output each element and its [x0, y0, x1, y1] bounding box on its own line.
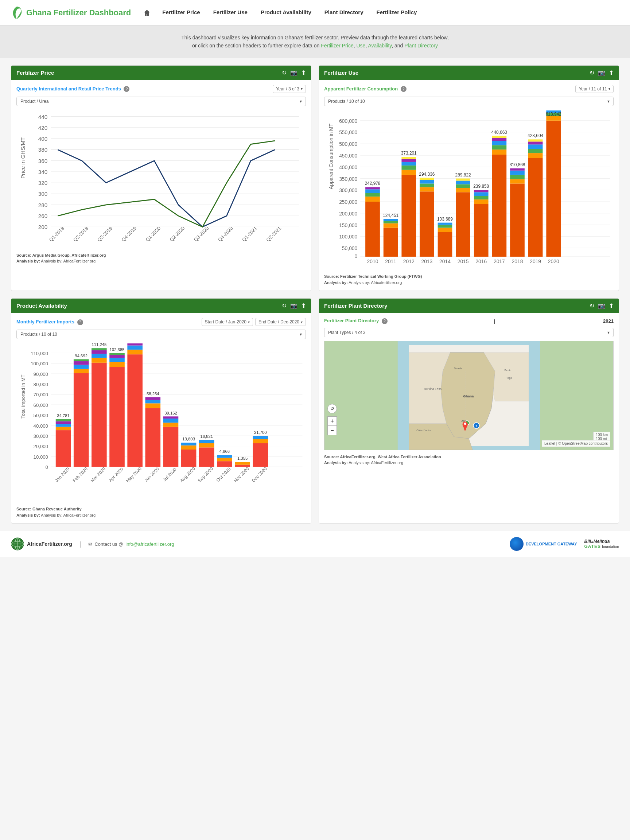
products-dropdown-avail[interactable]: Products / 10 of 10 ▾	[16, 330, 306, 339]
svg-rect-117	[528, 149, 543, 153]
svg-rect-77	[401, 157, 416, 159]
svg-text:1,355: 1,355	[237, 456, 248, 461]
svg-rect-175	[92, 363, 107, 467]
banner-text: This dashboard visualizes key informatio…	[181, 35, 448, 49]
svg-text:150,000: 150,000	[339, 222, 357, 228]
svg-rect-178	[92, 351, 107, 354]
svg-text:111,245: 111,245	[92, 343, 106, 347]
refresh-icon-availability[interactable]: ↻	[282, 302, 287, 309]
panel-title-plant: Fertilizer Plant Directory	[324, 303, 387, 309]
svg-rect-65	[365, 187, 380, 189]
svg-text:13,803: 13,803	[182, 437, 195, 442]
footer-email[interactable]: info@africafertilizer.org	[125, 542, 174, 547]
home-button[interactable]	[142, 8, 152, 18]
products-dropdown-use[interactable]: Products / 10 of 10 ▾	[324, 96, 614, 106]
svg-text:34,781: 34,781	[57, 414, 69, 418]
plant-types-dropdown[interactable]: Plant Types / 4 of 3 ▾	[324, 328, 614, 337]
refresh-icon-price[interactable]: ↻	[282, 69, 287, 76]
end-date-filter[interactable]: End Date / Dec-2020 ▾	[255, 318, 306, 326]
svg-text:340: 340	[38, 169, 47, 175]
info-badge-use[interactable]: ?	[401, 86, 406, 92]
sponsor2-text: Bill&Melinda GATES foundation	[584, 539, 619, 549]
svg-rect-79	[420, 191, 434, 257]
chart-controls-avail: Monthly Fertilizer Imports ? Start Date …	[16, 318, 306, 326]
svg-rect-103	[492, 150, 507, 155]
use-chart-svg: 600,000 550,000 500,000 450,000 400,000 …	[324, 110, 614, 269]
product-dropdown-price[interactable]: Product / Urea ▾	[16, 96, 306, 106]
refresh-icon-use[interactable]: ↻	[589, 69, 594, 76]
map-zoom-controls: + −	[327, 416, 337, 435]
map-zoom-in[interactable]: +	[327, 416, 337, 426]
svg-text:39,162: 39,162	[164, 411, 177, 415]
camera-icon-plant[interactable]: 📷	[598, 302, 605, 309]
svg-rect-100	[474, 190, 488, 192]
info-badge-price[interactable]: ?	[123, 86, 129, 92]
svg-rect-181	[109, 367, 125, 467]
price-chart: 440 420 400 380 360 340 320 300 280 260 …	[16, 110, 306, 249]
sponsor2-wrapper: Bill&Melinda GATES foundation	[584, 539, 619, 549]
camera-icon-price[interactable]: 📷	[290, 69, 297, 76]
svg-text:94,692: 94,692	[75, 354, 87, 358]
nav-product-availability[interactable]: Product Availability	[254, 0, 318, 25]
svg-rect-215	[235, 462, 250, 465]
svg-text:373,201: 373,201	[401, 151, 417, 156]
panel-header-price: Fertilizer Price ↻ 📷 ⬆	[11, 66, 311, 80]
camera-icon-availability[interactable]: 📷	[290, 302, 297, 309]
svg-rect-173	[74, 360, 89, 362]
panel-icons-use: ↻ 📷 ⬆	[589, 69, 614, 76]
svg-rect-75	[401, 162, 416, 166]
banner-link-use[interactable]: Use	[356, 43, 365, 49]
svg-rect-177	[92, 354, 107, 358]
svg-rect-217	[253, 443, 268, 467]
main-content: Fertilizer Price ↻ 📷 ⬆ Quarterly Interna…	[0, 58, 630, 531]
separator: |	[494, 318, 495, 324]
refresh-icon-plant[interactable]: ↻	[589, 302, 594, 309]
svg-rect-91	[456, 188, 470, 192]
camera-icon-use[interactable]: 📷	[598, 69, 605, 76]
svg-text:0: 0	[46, 464, 48, 470]
svg-rect-192	[145, 408, 161, 467]
banner-link-plant[interactable]: Plant Directory	[404, 43, 438, 49]
download-icon-availability[interactable]: ⬆	[301, 302, 306, 309]
banner-link-avail[interactable]: Availability	[368, 43, 392, 49]
info-badge-plant[interactable]: ?	[382, 318, 388, 324]
svg-text:400,000: 400,000	[339, 164, 357, 170]
svg-text:380: 380	[38, 147, 47, 153]
year-filter-use[interactable]: Year / 11 of 11 ▾	[575, 85, 614, 93]
svg-rect-96	[474, 204, 488, 257]
map-reset-button[interactable]: ↺	[327, 404, 337, 414]
footer-logo-icon	[11, 537, 24, 551]
download-icon-use[interactable]: ⬆	[609, 69, 614, 76]
svg-text:80,000: 80,000	[33, 382, 48, 388]
envelope-icon: ✉	[88, 542, 92, 547]
svg-text:40,000: 40,000	[33, 423, 48, 429]
banner-link-price[interactable]: Fertilizer Price	[321, 43, 353, 49]
svg-rect-69	[384, 221, 398, 223]
start-date-filter[interactable]: Start Date / Jan-2020 ▾	[202, 318, 253, 326]
footer-logo: AfricaFertilizer.org	[11, 537, 72, 551]
svg-text:58,254: 58,254	[147, 392, 159, 396]
nav-fertilizer-price[interactable]: Fertilizer Price	[156, 0, 206, 25]
svg-point-245	[464, 423, 466, 425]
nav-fertilizer-use[interactable]: Fertilizer Use	[207, 0, 254, 25]
nav-fertilizer-policy[interactable]: Fertilizer Policy	[370, 0, 424, 25]
avail-chart-svg: 110,000 100,000 90,000 80,000 70,000 60,…	[16, 343, 306, 501]
svg-rect-113	[510, 169, 525, 171]
svg-text:60,000: 60,000	[33, 403, 48, 408]
svg-rect-200	[163, 417, 178, 419]
map-zoom-out[interactable]: −	[327, 426, 337, 435]
svg-rect-183	[109, 358, 125, 362]
svg-rect-204	[181, 443, 196, 446]
svg-rect-185	[109, 353, 125, 355]
svg-rect-165	[56, 425, 71, 427]
year-filter-price[interactable]: Year / 3 of 3 ▾	[273, 85, 306, 93]
nav-plant-directory[interactable]: Plant Directory	[318, 0, 370, 25]
download-icon-price[interactable]: ⬆	[301, 69, 306, 76]
svg-rect-118	[528, 144, 543, 149]
chevron-down-icon: ▾	[248, 320, 250, 324]
info-badge-avail[interactable]: ?	[77, 319, 83, 325]
download-icon-plant[interactable]: ⬆	[609, 302, 614, 309]
svg-rect-163	[56, 431, 71, 467]
svg-rect-109	[510, 183, 525, 256]
svg-text:200,000: 200,000	[339, 211, 357, 216]
